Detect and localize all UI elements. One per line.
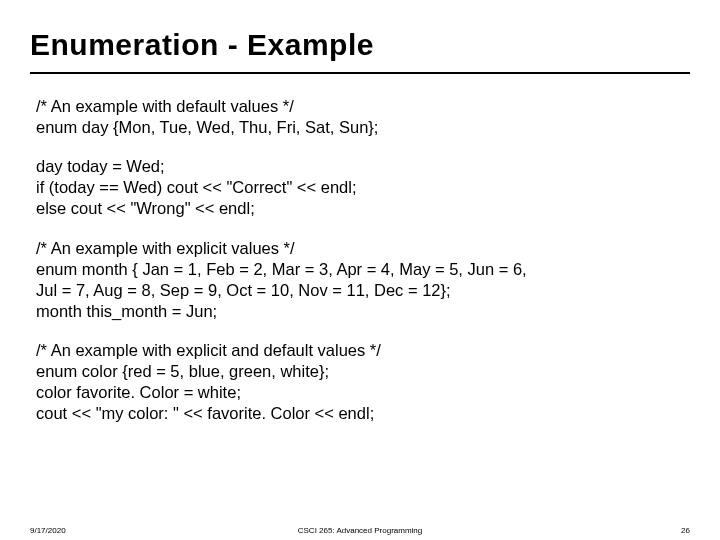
code-line: else cout << "Wrong" << endl; (36, 198, 684, 219)
code-line: month this_month = Jun; (36, 301, 684, 322)
code-block-1: /* An example with default values */ enu… (36, 96, 684, 138)
code-line: Jul = 7, Aug = 8, Sep = 9, Oct = 10, Nov… (36, 280, 684, 301)
slide: Enumeration - Example /* An example with… (0, 0, 720, 540)
code-block-3: /* An example with explicit values */ en… (36, 238, 684, 322)
title-rule (30, 72, 690, 74)
code-line: color favorite. Color = white; (36, 382, 684, 403)
slide-title: Enumeration - Example (30, 28, 690, 68)
code-line: /* An example with explicit values */ (36, 238, 684, 259)
footer-page: 26 (681, 526, 690, 535)
slide-body: /* An example with default values */ enu… (30, 96, 690, 424)
code-line: enum day {Mon, Tue, Wed, Thu, Fri, Sat, … (36, 117, 684, 138)
code-block-4: /* An example with explicit and default … (36, 340, 684, 424)
code-block-2: day today = Wed; if (today == Wed) cout … (36, 156, 684, 219)
code-line: /* An example with default values */ (36, 96, 684, 117)
footer-course: CSCI 265: Advanced Programming (0, 526, 720, 535)
code-line: /* An example with explicit and default … (36, 340, 684, 361)
code-line: enum color {red = 5, blue, green, white}… (36, 361, 684, 382)
code-line: if (today == Wed) cout << "Correct" << e… (36, 177, 684, 198)
code-line: day today = Wed; (36, 156, 684, 177)
code-line: enum month { Jan = 1, Feb = 2, Mar = 3, … (36, 259, 684, 280)
code-line: cout << "my color: " << favorite. Color … (36, 403, 684, 424)
